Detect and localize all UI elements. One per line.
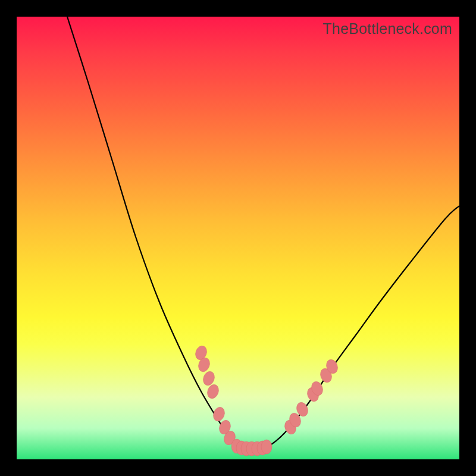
marker-group xyxy=(193,345,339,456)
data-marker xyxy=(261,440,272,454)
chart-frame: TheBottleneck.com xyxy=(0,0,476,476)
v-curve xyxy=(67,17,459,449)
plot-area: TheBottleneck.com xyxy=(17,17,459,459)
data-marker xyxy=(211,406,226,423)
chart-svg xyxy=(17,17,459,459)
curve-path xyxy=(67,17,459,449)
